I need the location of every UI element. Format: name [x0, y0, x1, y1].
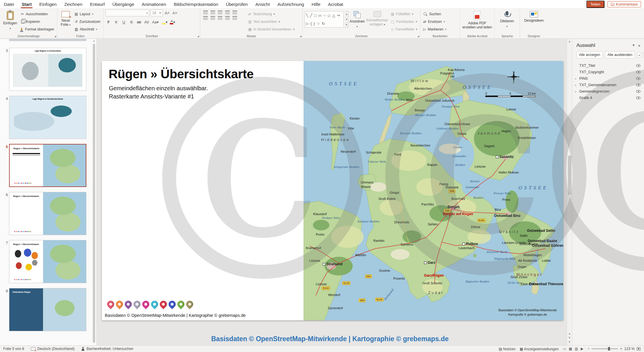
accessibility-status[interactable]: Barrierefreiheit: Untersuchen	[87, 347, 133, 351]
highlight-color-button[interactable]: ▾	[161, 19, 169, 25]
comments-button[interactable]: Kommentare	[607, 1, 641, 7]
copy-button[interactable]: Kopieren	[20, 18, 55, 25]
shape-icon[interactable]: □	[314, 13, 316, 18]
design-ideas-button[interactable]: Designideen	[522, 9, 546, 33]
shape-icon[interactable]: ╱	[310, 13, 312, 18]
shape-icon[interactable]: {	[311, 21, 312, 26]
shape-outline-button[interactable]: ▢Formkontur▾	[390, 18, 418, 25]
find-button[interactable]: Suchen	[422, 11, 448, 17]
slide-thumbnail-image[interactable]: Vektorkarte Rügen	[9, 288, 86, 331]
shape-icon[interactable]: }	[314, 21, 315, 26]
justify-icon[interactable]	[225, 16, 230, 20]
map-pin[interactable]	[141, 299, 151, 309]
underline-button[interactable]: U	[121, 19, 127, 25]
align-left-icon[interactable]	[203, 16, 208, 20]
menu-tab[interactable]: Übergänge	[109, 0, 138, 8]
quick-styles-button[interactable]: Schnellformat-vorlagen ▾	[366, 9, 388, 33]
map-pin[interactable]	[106, 299, 116, 309]
fit-to-window-icon[interactable]	[637, 347, 640, 351]
menu-tab[interactable]: Hilfe	[308, 0, 324, 8]
new-slide-button[interactable]: NeueFolie ▾	[59, 9, 72, 33]
zoom-in-button[interactable]: +	[620, 347, 622, 351]
slide-thumbnail-image[interactable]: Rügen » Übersichtskarte	[9, 192, 86, 235]
map-pin[interactable]	[114, 299, 124, 309]
hide-all-button[interactable]: Alle ausblenden	[605, 51, 635, 58]
zoom-slider-thumb[interactable]	[608, 347, 610, 351]
shape-icon[interactable]: ☆	[317, 21, 320, 26]
align-text-button[interactable]: ▥Text ausrichten▾	[247, 18, 296, 25]
expand-chevron-icon[interactable]: ▸	[575, 90, 579, 93]
menu-tab[interactable]: Start	[18, 0, 35, 8]
font-name-combobox[interactable]: ▾	[105, 9, 149, 16]
align-right-icon[interactable]	[218, 16, 222, 20]
shape-effects-button[interactable]: ◇Formeffekte▾	[390, 26, 418, 33]
dialog-launcher-icon[interactable]: ◢	[54, 35, 56, 38]
slide-copyright[interactable]: Basisdaten © OpenStreetMap-Mitwirkende |…	[105, 313, 246, 318]
selection-list-item[interactable]: ▸ Grafik 4	[572, 95, 644, 101]
language-indicator[interactable]: Deutsch (Deutschland)	[37, 347, 75, 351]
menu-tab[interactable]: Acrobat	[324, 0, 347, 8]
shape-icon[interactable]: ▷	[306, 21, 309, 26]
shape-icon[interactable]: ○	[323, 13, 326, 18]
slide-thumbnail[interactable]: 5 Rügen » Übersichtskarte	[0, 144, 91, 187]
map-pin[interactable]	[158, 299, 168, 309]
menu-tab[interactable]: Animationen	[138, 0, 170, 8]
visibility-eye-icon[interactable]	[636, 96, 640, 99]
scrollbar-thumb[interactable]	[568, 155, 571, 195]
subscript-button[interactable]: ab	[136, 19, 142, 25]
menu-tab[interactable]: Zeichnen	[60, 0, 86, 8]
move-up-button[interactable]: ▴	[637, 52, 641, 58]
visibility-eye-icon[interactable]	[636, 77, 640, 80]
zoom-slider[interactable]	[592, 348, 618, 349]
expand-chevron-icon[interactable]: ▸	[575, 77, 579, 80]
shape-icon[interactable]: △	[332, 13, 335, 18]
font-color-button[interactable]: A▾	[169, 19, 176, 25]
columns-icon[interactable]	[232, 16, 237, 20]
close-icon[interactable]: ×	[638, 43, 640, 48]
normal-view-button[interactable]: ▭	[563, 347, 566, 351]
map-pin[interactable]	[123, 299, 133, 309]
text-direction-button[interactable]: ⇄Textrichtung▾	[247, 11, 296, 17]
zoom-out-button[interactable]: −	[588, 347, 590, 351]
expand-chevron-icon[interactable]: ▸	[575, 84, 579, 86]
previous-slide-button[interactable]: ▲	[567, 331, 572, 336]
strikethrough-button[interactable]: S	[128, 19, 135, 25]
create-pdf-button[interactable]: Adobe PDFerstellen und teilen	[462, 9, 492, 33]
cut-button[interactable]: ✂Ausschneiden	[20, 11, 55, 17]
map-pin[interactable]	[176, 299, 186, 309]
align-center-icon[interactable]	[210, 16, 215, 20]
dialog-launcher-icon[interactable]: ◢	[300, 35, 302, 38]
selection-list-item[interactable]: ▸ TXT_Titel	[572, 62, 644, 69]
map-pin[interactable]	[185, 299, 195, 309]
slide-thumbnail[interactable]: 6 Rügen » Übersichtskarte	[0, 192, 91, 235]
map-pin[interactable]	[150, 299, 160, 309]
change-case-button[interactable]: Aa▾	[151, 19, 159, 25]
next-slide-button[interactable]: ▼	[567, 336, 572, 340]
slide-thumbnail-image[interactable]: Rügen » Übersichtskarte	[9, 144, 86, 187]
dialog-launcher-icon[interactable]: ◢	[417, 35, 419, 38]
font-size-combobox[interactable]: 18▾	[150, 9, 163, 16]
slide-subtitle-1[interactable]: Gemeindeflächen einzeln auswählbar.	[109, 85, 208, 92]
shape-gallery-scroll[interactable]: ▲▼▼	[345, 11, 348, 28]
grow-font-button[interactable]: A˄	[164, 10, 170, 16]
slide-thumbnail[interactable]: 8 Vektorkarte Rügen	[0, 288, 91, 331]
display-settings-button[interactable]: ▦ Anzeigeeinstellungen	[520, 347, 559, 351]
smartart-button[interactable]: ▦In SmartArt konvertieren▾	[247, 26, 296, 33]
decrease-indent-icon[interactable]	[218, 11, 222, 14]
selection-list-item[interactable]: ▸ Gemeindegrenzen	[572, 88, 644, 95]
scroll-down-icon[interactable]: ▼	[567, 340, 572, 344]
slide-sorter-view-button[interactable]: ▦	[569, 347, 572, 351]
bold-button[interactable]: F	[105, 19, 112, 25]
slideshow-button[interactable]: ▶	[581, 347, 583, 351]
scroll-up-icon[interactable]: ▲	[567, 39, 572, 43]
reading-view-button[interactable]: ▥	[575, 347, 578, 351]
slide-title[interactable]: Rügen » Übersichtskarte	[109, 67, 254, 81]
increase-indent-icon[interactable]	[225, 11, 230, 14]
slide-canvas[interactable]: Rügen » Übersichtskarte Gemeindeflächen …	[102, 61, 563, 320]
zoom-level[interactable]: 123 %	[624, 347, 635, 351]
section-button[interactable]: ▥Abschnitt▾	[73, 26, 102, 33]
shape-icon[interactable]: ╲	[306, 13, 308, 18]
shrink-font-button[interactable]: A˅	[172, 10, 178, 16]
thumbnail-scrollbar[interactable]: ▲	[92, 39, 96, 345]
chevron-down-icon[interactable]: ▾	[633, 43, 634, 48]
